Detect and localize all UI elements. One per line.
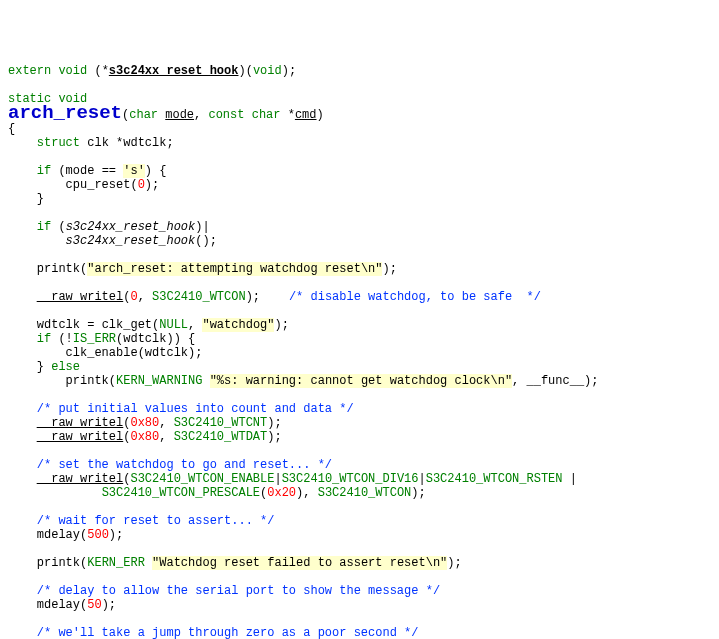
text: );	[267, 430, 281, 444]
text: (!	[51, 332, 73, 346]
text: )(	[238, 64, 252, 78]
func-call: __raw_writel	[37, 430, 123, 444]
text: ,	[188, 318, 202, 332]
func-call: __raw_writel	[37, 290, 123, 304]
macro: KERN_WARNING	[116, 374, 202, 388]
ident-italic: s3c24xx_reset_hook	[66, 220, 196, 234]
cursor-caret: |	[202, 220, 209, 234]
macro: IS_ERR	[73, 332, 116, 346]
text: );	[109, 528, 123, 542]
text: |	[274, 472, 281, 486]
kw-if: if	[37, 164, 51, 178]
text: ,	[159, 416, 173, 430]
text	[202, 374, 209, 388]
text: (wdtclk)) {	[116, 332, 195, 346]
type: clk	[87, 136, 109, 150]
comment: /* delay to allow the serial port to sho…	[37, 584, 440, 598]
macro: S3C2410_WTCON_DIV16	[282, 472, 419, 486]
text: (	[109, 374, 116, 388]
number: 0x20	[267, 486, 296, 500]
kw-const: const	[208, 108, 244, 122]
text: );	[102, 598, 116, 612]
macro: S3C2410_WTCON_ENABLE	[130, 472, 274, 486]
string-lit: "%s: warning: cannot get watchdog clock\…	[210, 374, 512, 388]
hook-decl: s3c24xx_reset_hook	[109, 64, 239, 78]
func-call: __raw_writel	[37, 416, 123, 430]
text: ,	[159, 430, 173, 444]
brace: }	[37, 192, 44, 206]
macro: S3C2410_WTDAT	[174, 430, 268, 444]
brace: {	[8, 122, 15, 136]
var: *wdtclk;	[109, 136, 174, 150]
text: );	[447, 556, 461, 570]
gap	[260, 290, 289, 304]
text: , __func__);	[512, 374, 598, 388]
text: (*	[94, 64, 108, 78]
string-lit: "arch_reset: attempting watchdog reset\n…	[87, 262, 382, 276]
char-lit: 's'	[123, 164, 145, 178]
kw-void: void	[58, 64, 87, 78]
macro: KERN_ERR	[87, 556, 145, 570]
text: (wdtclk);	[138, 346, 203, 360]
number: 50	[87, 598, 101, 612]
text: );	[382, 262, 396, 276]
kw-char: char	[129, 108, 158, 122]
brace: }	[37, 360, 51, 374]
func-call: printk	[37, 556, 80, 570]
func-call: mdelay	[37, 598, 80, 612]
macro: S3C2410_WTCON_PRESCALE	[102, 486, 260, 500]
text: ) {	[145, 164, 167, 178]
text: wdtclk =	[37, 318, 102, 332]
comment: /* disable watchdog, to be safe */	[289, 290, 541, 304]
macro: S3C2410_WTCON	[152, 290, 246, 304]
text: *	[281, 108, 295, 122]
text: ,	[194, 108, 208, 122]
kw-struct: struct	[37, 136, 80, 150]
text: (	[51, 220, 65, 234]
comment: /* set the watchdog to go and reset... *…	[37, 458, 332, 472]
text: ();	[195, 234, 217, 248]
text: (	[130, 178, 137, 192]
func-call: clk_get	[102, 318, 152, 332]
text: ,	[138, 290, 152, 304]
kw-extern: extern	[8, 64, 51, 78]
string-lit: "watchdog"	[202, 318, 274, 332]
text: )	[317, 108, 324, 122]
number: 0x80	[130, 416, 159, 430]
kw-void: void	[253, 64, 282, 78]
number: 500	[87, 528, 109, 542]
text: ),	[296, 486, 318, 500]
number: 0	[138, 178, 145, 192]
macro: S3C2410_WTCNT	[174, 416, 268, 430]
string-lit: "Watchdog reset failed to assert reset\n…	[152, 556, 447, 570]
func-name: arch_reset	[8, 102, 122, 124]
func-call: __raw_writel	[37, 472, 123, 486]
text: |	[563, 472, 577, 486]
text: );	[274, 318, 288, 332]
macro: S3C2410_WTCON_RSTEN	[426, 472, 563, 486]
kw-char: char	[252, 108, 281, 122]
param-mode: mode	[165, 108, 194, 122]
comment: /* wait for reset to assert... */	[37, 514, 275, 528]
text: );	[411, 486, 425, 500]
number: 0	[130, 290, 137, 304]
param-cmd: cmd	[295, 108, 317, 122]
code-block: extern void (*s3c24xx_reset_hook)(void);…	[8, 64, 711, 639]
func-call: cpu_reset	[66, 178, 131, 192]
kw-if: if	[37, 332, 51, 346]
text: );	[282, 64, 296, 78]
kw-if: if	[37, 220, 51, 234]
number: 0x80	[130, 430, 159, 444]
kw-else: else	[51, 360, 80, 374]
func-call: printk	[37, 262, 80, 276]
func-call: printk	[66, 374, 109, 388]
text	[145, 556, 152, 570]
func-call: clk_enable	[66, 346, 138, 360]
macro: NULL	[159, 318, 188, 332]
comment: /* we'll take a jump through zero as a p…	[37, 626, 419, 639]
text: |	[419, 472, 426, 486]
text: );	[267, 416, 281, 430]
text: );	[246, 290, 260, 304]
ident-italic: s3c24xx_reset_hook	[66, 234, 196, 248]
macro: S3C2410_WTCON	[318, 486, 412, 500]
